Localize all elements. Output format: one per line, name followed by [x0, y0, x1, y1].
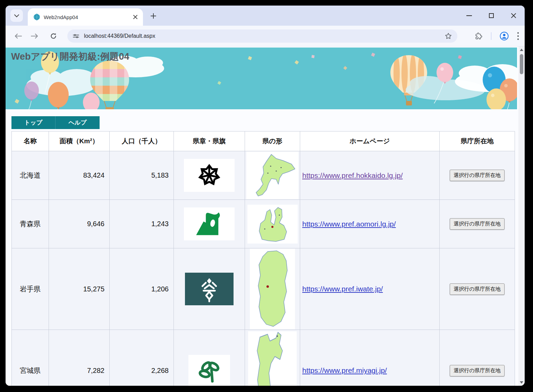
pref-name: 北海道	[12, 151, 49, 200]
prefecture-table: 名称 面積（Km²） 人口（千人） 県章・県旗 県の形 ホームページ 県庁所在地…	[11, 131, 515, 386]
window-controls	[466, 6, 516, 26]
pref-population: 5,183	[110, 151, 174, 200]
toolbar-separator	[491, 32, 491, 40]
reload-button[interactable]	[47, 30, 60, 42]
header-shape: 県の形	[245, 131, 300, 151]
header-area: 面積（Km²）	[49, 131, 110, 151]
page-content: Webアプリ開発初級:例題04 トップ ヘルプ 名称 面積（Km²） 人口（千人…	[6, 46, 518, 386]
pref-name: 岩手県	[12, 248, 49, 330]
kebab-menu-icon[interactable]	[517, 32, 519, 40]
pref-area: 7,282	[49, 330, 110, 386]
tab-strip: Web2ndApp04	[6, 6, 525, 26]
balloon-icon	[83, 93, 100, 109]
hokkaido-map-icon	[246, 152, 298, 199]
homepage-link[interactable]: https://www.pref.miyagi.jp/	[302, 366, 387, 374]
aomori-emblem-icon	[184, 207, 235, 240]
header-emblem: 県章・県旗	[174, 131, 245, 151]
back-button[interactable]	[12, 30, 24, 42]
extensions-puzzle-icon[interactable]	[475, 32, 483, 40]
minimize-icon	[466, 15, 472, 16]
table-header-row: 名称 面積（Km²） 人口（千人） 県章・県旗 県の形 ホームページ 県庁所在地	[12, 131, 515, 151]
table-row-iwate[interactable]: 岩手県 15,275 1,206	[12, 248, 515, 330]
miyagi-map-icon	[248, 331, 297, 386]
profile-avatar-icon[interactable]	[500, 32, 509, 41]
maximize-icon	[489, 13, 494, 18]
pref-population: 1,243	[110, 200, 174, 248]
close-icon	[511, 13, 516, 18]
bookmark-star-icon[interactable]	[445, 33, 452, 40]
menu-item-help[interactable]: ヘルプ	[56, 116, 100, 129]
balloon-icon	[48, 82, 69, 109]
menu-item-top[interactable]: トップ	[11, 116, 56, 129]
scrollbar-thumb[interactable]	[520, 54, 523, 74]
pref-area: 83,424	[49, 151, 110, 200]
minimize-button[interactable]	[466, 13, 472, 18]
header-capital: 県庁所在地	[440, 131, 515, 151]
iwate-flag-icon	[185, 273, 234, 305]
back-arrow-icon	[14, 33, 22, 39]
capital-button[interactable]: 選択行の県庁所在地	[450, 365, 504, 376]
hokkaido-emblem-icon	[184, 159, 235, 192]
header-name: 名称	[12, 131, 49, 151]
tab-search-button[interactable]	[10, 9, 23, 22]
plus-icon	[151, 13, 156, 19]
balloon-icon	[24, 82, 39, 109]
homepage-link[interactable]: https://www.pref.iwate.jp/	[302, 285, 383, 293]
browser-toolbar: localhost:44369/Default.aspx	[6, 26, 525, 46]
globe-favicon-icon	[33, 14, 40, 20]
page-title: Webアプリ開発初級:例題04	[11, 50, 129, 63]
aomori-map-icon	[247, 205, 298, 244]
table-row-hokkaido[interactable]: 北海道 83,424 5,183	[12, 151, 515, 200]
new-tab-button[interactable]	[149, 11, 158, 21]
url-text[interactable]: localhost:44369/Default.aspx	[84, 33, 155, 39]
browser-window: Web2ndApp04	[6, 6, 525, 386]
site-info-icon[interactable]	[73, 33, 79, 39]
page-banner: Webアプリ開発初級:例題04	[6, 48, 517, 109]
homepage-link[interactable]: https://www.pref.hokkaido.lg.jp/	[302, 171, 403, 179]
pref-name: 青森県	[12, 200, 49, 248]
capital-button[interactable]: 選択行の県庁所在地	[450, 283, 504, 295]
miyagi-emblem-icon	[188, 355, 230, 386]
pref-area: 9,646	[49, 200, 110, 248]
tab-web2ndapp04[interactable]: Web2ndApp04	[28, 8, 143, 26]
forward-button[interactable]	[28, 30, 41, 42]
forward-arrow-icon	[31, 33, 39, 39]
pref-area: 15,275	[49, 248, 110, 330]
menu-bar: トップ ヘルプ	[11, 116, 100, 129]
vertical-scrollbar[interactable]	[518, 46, 525, 386]
scroll-up-icon[interactable]	[520, 49, 523, 51]
pref-population: 1,206	[110, 248, 174, 330]
homepage-link[interactable]: https://www.pref.aomori.lg.jp/	[302, 220, 396, 228]
maximize-button[interactable]	[489, 13, 494, 18]
pref-name: 宮城県	[12, 330, 49, 386]
address-bar[interactable]: localhost:44369/Default.aspx	[67, 29, 457, 43]
capital-button[interactable]: 選択行の県庁所在地	[450, 170, 504, 181]
scroll-down-icon[interactable]	[520, 381, 523, 384]
table-row-miyagi[interactable]: 宮城県 7,282 2,268	[12, 330, 515, 386]
header-population: 人口（千人）	[110, 131, 174, 151]
toolbar-right-icons	[475, 29, 519, 43]
close-button[interactable]	[511, 13, 516, 18]
table-row-aomori[interactable]: 青森県 9,646 1,243	[12, 200, 515, 248]
capital-button[interactable]: 選択行の県庁所在地	[450, 218, 504, 230]
tab-title: Web2ndApp04	[44, 14, 133, 20]
pref-population: 2,268	[110, 330, 174, 386]
chevron-down-icon	[14, 14, 19, 17]
tab-close-icon[interactable]	[133, 15, 137, 19]
iwate-map-icon	[250, 249, 295, 329]
header-homepage: ホームページ	[300, 131, 440, 151]
reload-icon	[50, 33, 57, 40]
